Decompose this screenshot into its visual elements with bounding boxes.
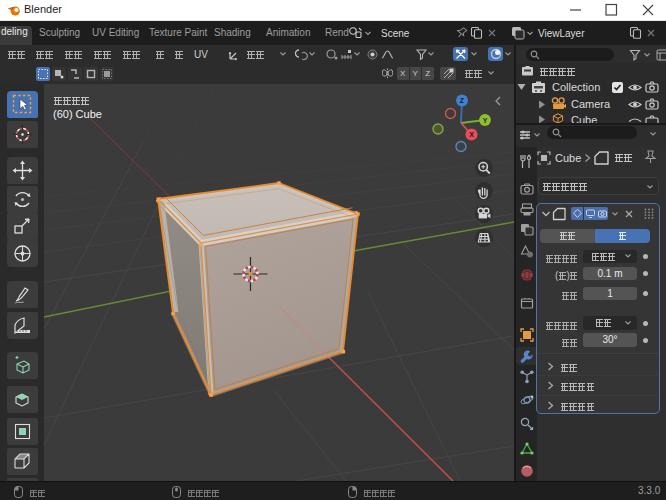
svg-text:Z: Z (460, 97, 465, 104)
svg-text:Y: Y (483, 117, 488, 124)
svg-text:X: X (469, 131, 474, 138)
